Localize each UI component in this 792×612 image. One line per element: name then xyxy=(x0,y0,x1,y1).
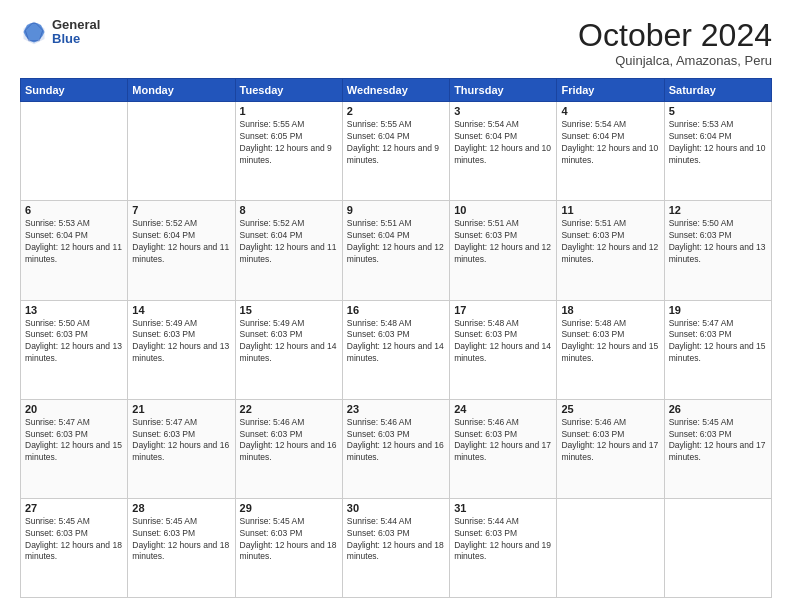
day-info: Sunrise: 5:51 AMSunset: 6:04 PMDaylight:… xyxy=(347,218,444,264)
calendar-cell: 9 Sunrise: 5:51 AMSunset: 6:04 PMDayligh… xyxy=(342,201,449,300)
calendar-cell: 29 Sunrise: 5:45 AMSunset: 6:03 PMDaylig… xyxy=(235,498,342,597)
day-number: 18 xyxy=(561,304,659,316)
day-info: Sunrise: 5:49 AMSunset: 6:03 PMDaylight:… xyxy=(240,318,337,364)
day-info: Sunrise: 5:53 AMSunset: 6:04 PMDaylight:… xyxy=(669,119,766,165)
day-info: Sunrise: 5:46 AMSunset: 6:03 PMDaylight:… xyxy=(454,417,551,463)
calendar-cell: 31 Sunrise: 5:44 AMSunset: 6:03 PMDaylig… xyxy=(450,498,557,597)
day-number: 15 xyxy=(240,304,338,316)
day-number: 20 xyxy=(25,403,123,415)
day-info: Sunrise: 5:53 AMSunset: 6:04 PMDaylight:… xyxy=(25,218,122,264)
calendar-cell: 28 Sunrise: 5:45 AMSunset: 6:03 PMDaylig… xyxy=(128,498,235,597)
day-number: 2 xyxy=(347,105,445,117)
calendar-cell: 12 Sunrise: 5:50 AMSunset: 6:03 PMDaylig… xyxy=(664,201,771,300)
calendar-cell xyxy=(557,498,664,597)
calendar-cell: 19 Sunrise: 5:47 AMSunset: 6:03 PMDaylig… xyxy=(664,300,771,399)
logo-general: General xyxy=(52,18,100,32)
logo-text: General Blue xyxy=(52,18,100,47)
calendar-cell: 17 Sunrise: 5:48 AMSunset: 6:03 PMDaylig… xyxy=(450,300,557,399)
location-subtitle: Quinjalca, Amazonas, Peru xyxy=(578,53,772,68)
col-monday: Monday xyxy=(128,79,235,102)
day-info: Sunrise: 5:45 AMSunset: 6:03 PMDaylight:… xyxy=(669,417,766,463)
day-info: Sunrise: 5:46 AMSunset: 6:03 PMDaylight:… xyxy=(347,417,444,463)
day-info: Sunrise: 5:52 AMSunset: 6:04 PMDaylight:… xyxy=(132,218,229,264)
week-row-4: 20 Sunrise: 5:47 AMSunset: 6:03 PMDaylig… xyxy=(21,399,772,498)
page: General Blue October 2024 Quinjalca, Ama… xyxy=(0,0,792,612)
day-info: Sunrise: 5:46 AMSunset: 6:03 PMDaylight:… xyxy=(561,417,658,463)
week-row-3: 13 Sunrise: 5:50 AMSunset: 6:03 PMDaylig… xyxy=(21,300,772,399)
calendar-cell: 1 Sunrise: 5:55 AMSunset: 6:05 PMDayligh… xyxy=(235,102,342,201)
col-friday: Friday xyxy=(557,79,664,102)
day-info: Sunrise: 5:54 AMSunset: 6:04 PMDaylight:… xyxy=(454,119,551,165)
calendar-cell: 13 Sunrise: 5:50 AMSunset: 6:03 PMDaylig… xyxy=(21,300,128,399)
header: General Blue October 2024 Quinjalca, Ama… xyxy=(20,18,772,68)
week-row-5: 27 Sunrise: 5:45 AMSunset: 6:03 PMDaylig… xyxy=(21,498,772,597)
day-info: Sunrise: 5:51 AMSunset: 6:03 PMDaylight:… xyxy=(454,218,551,264)
day-info: Sunrise: 5:55 AMSunset: 6:04 PMDaylight:… xyxy=(347,119,439,165)
day-info: Sunrise: 5:48 AMSunset: 6:03 PMDaylight:… xyxy=(561,318,658,364)
calendar-cell: 15 Sunrise: 5:49 AMSunset: 6:03 PMDaylig… xyxy=(235,300,342,399)
col-sunday: Sunday xyxy=(21,79,128,102)
day-info: Sunrise: 5:45 AMSunset: 6:03 PMDaylight:… xyxy=(132,516,229,562)
calendar-cell: 27 Sunrise: 5:45 AMSunset: 6:03 PMDaylig… xyxy=(21,498,128,597)
day-number: 7 xyxy=(132,204,230,216)
calendar-cell: 4 Sunrise: 5:54 AMSunset: 6:04 PMDayligh… xyxy=(557,102,664,201)
day-number: 4 xyxy=(561,105,659,117)
calendar-cell xyxy=(664,498,771,597)
day-info: Sunrise: 5:54 AMSunset: 6:04 PMDaylight:… xyxy=(561,119,658,165)
day-number: 1 xyxy=(240,105,338,117)
calendar-cell: 26 Sunrise: 5:45 AMSunset: 6:03 PMDaylig… xyxy=(664,399,771,498)
calendar-cell: 6 Sunrise: 5:53 AMSunset: 6:04 PMDayligh… xyxy=(21,201,128,300)
day-info: Sunrise: 5:47 AMSunset: 6:03 PMDaylight:… xyxy=(132,417,229,463)
calendar-cell: 16 Sunrise: 5:48 AMSunset: 6:03 PMDaylig… xyxy=(342,300,449,399)
calendar-cell: 10 Sunrise: 5:51 AMSunset: 6:03 PMDaylig… xyxy=(450,201,557,300)
calendar-cell: 5 Sunrise: 5:53 AMSunset: 6:04 PMDayligh… xyxy=(664,102,771,201)
day-number: 16 xyxy=(347,304,445,316)
day-info: Sunrise: 5:48 AMSunset: 6:03 PMDaylight:… xyxy=(347,318,444,364)
day-number: 29 xyxy=(240,502,338,514)
calendar-cell xyxy=(21,102,128,201)
calendar-cell: 25 Sunrise: 5:46 AMSunset: 6:03 PMDaylig… xyxy=(557,399,664,498)
day-info: Sunrise: 5:45 AMSunset: 6:03 PMDaylight:… xyxy=(25,516,122,562)
day-number: 24 xyxy=(454,403,552,415)
calendar-header-row: Sunday Monday Tuesday Wednesday Thursday… xyxy=(21,79,772,102)
day-number: 25 xyxy=(561,403,659,415)
day-number: 26 xyxy=(669,403,767,415)
day-number: 11 xyxy=(561,204,659,216)
day-info: Sunrise: 5:45 AMSunset: 6:03 PMDaylight:… xyxy=(240,516,337,562)
day-number: 28 xyxy=(132,502,230,514)
calendar-cell: 3 Sunrise: 5:54 AMSunset: 6:04 PMDayligh… xyxy=(450,102,557,201)
calendar-cell: 11 Sunrise: 5:51 AMSunset: 6:03 PMDaylig… xyxy=(557,201,664,300)
day-number: 10 xyxy=(454,204,552,216)
month-year-title: October 2024 xyxy=(578,18,772,53)
calendar-cell: 22 Sunrise: 5:46 AMSunset: 6:03 PMDaylig… xyxy=(235,399,342,498)
day-info: Sunrise: 5:47 AMSunset: 6:03 PMDaylight:… xyxy=(25,417,122,463)
calendar-cell: 20 Sunrise: 5:47 AMSunset: 6:03 PMDaylig… xyxy=(21,399,128,498)
title-block: October 2024 Quinjalca, Amazonas, Peru xyxy=(578,18,772,68)
day-info: Sunrise: 5:44 AMSunset: 6:03 PMDaylight:… xyxy=(454,516,551,562)
calendar-cell: 7 Sunrise: 5:52 AMSunset: 6:04 PMDayligh… xyxy=(128,201,235,300)
calendar-cell: 14 Sunrise: 5:49 AMSunset: 6:03 PMDaylig… xyxy=(128,300,235,399)
week-row-2: 6 Sunrise: 5:53 AMSunset: 6:04 PMDayligh… xyxy=(21,201,772,300)
day-number: 27 xyxy=(25,502,123,514)
calendar-cell: 23 Sunrise: 5:46 AMSunset: 6:03 PMDaylig… xyxy=(342,399,449,498)
calendar-cell: 21 Sunrise: 5:47 AMSunset: 6:03 PMDaylig… xyxy=(128,399,235,498)
calendar-cell: 2 Sunrise: 5:55 AMSunset: 6:04 PMDayligh… xyxy=(342,102,449,201)
day-number: 3 xyxy=(454,105,552,117)
day-info: Sunrise: 5:51 AMSunset: 6:03 PMDaylight:… xyxy=(561,218,658,264)
day-info: Sunrise: 5:46 AMSunset: 6:03 PMDaylight:… xyxy=(240,417,337,463)
day-number: 19 xyxy=(669,304,767,316)
day-number: 9 xyxy=(347,204,445,216)
calendar-cell: 8 Sunrise: 5:52 AMSunset: 6:04 PMDayligh… xyxy=(235,201,342,300)
calendar-cell: 18 Sunrise: 5:48 AMSunset: 6:03 PMDaylig… xyxy=(557,300,664,399)
day-number: 21 xyxy=(132,403,230,415)
logo: General Blue xyxy=(20,18,100,47)
col-tuesday: Tuesday xyxy=(235,79,342,102)
col-wednesday: Wednesday xyxy=(342,79,449,102)
day-number: 30 xyxy=(347,502,445,514)
day-number: 8 xyxy=(240,204,338,216)
week-row-1: 1 Sunrise: 5:55 AMSunset: 6:05 PMDayligh… xyxy=(21,102,772,201)
day-number: 17 xyxy=(454,304,552,316)
day-info: Sunrise: 5:44 AMSunset: 6:03 PMDaylight:… xyxy=(347,516,444,562)
day-info: Sunrise: 5:50 AMSunset: 6:03 PMDaylight:… xyxy=(669,218,766,264)
general-blue-logo-icon xyxy=(20,18,48,46)
